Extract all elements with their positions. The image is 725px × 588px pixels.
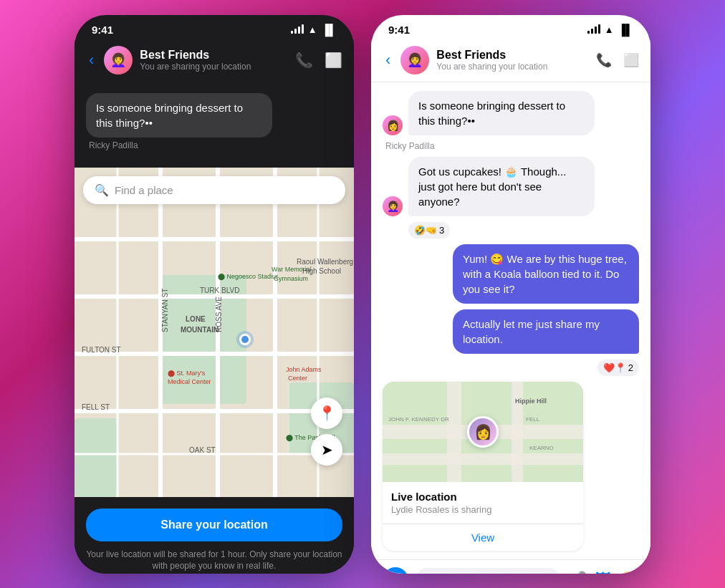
svg-text:STANYAN ST: STANYAN ST [161,288,169,332]
navigation-icon: ➤ [321,441,333,458]
right-contact-name: Best Friends [436,49,589,62]
user-location-dot [239,334,251,345]
left-time: 9:41 [92,24,113,36]
svg-rect-34 [447,382,461,482]
right-contact-info: Best Friends You are sharing your locati… [436,49,589,72]
right-phone: 9:41 ▲ ▐▌ ‹ 👩‍🦱 Best Friends You are sha… [371,15,650,574]
right-signal-bars-icon [587,25,600,34]
left-nav-bar: ‹ 👩‍🦱 Best Friends You are sharing your … [75,40,354,82]
mic-button[interactable]: 🎤 [567,571,587,574]
svg-text:Hippie Hill: Hippie Hill [515,397,547,405]
right-status-bar: 9:41 ▲ ▐▌ [371,15,650,40]
svg-text:Center: Center [288,375,307,382]
view-location-button[interactable]: View [383,524,583,551]
left-status-icons: ▲ ▐▌ [291,24,337,36]
left-message-area: Is someone bringing dessert to this thin… [75,82,354,168]
live-location-title: Live location [391,491,575,503]
signal-bars-icon [291,25,304,34]
left-search-bar[interactable]: 🔍 Find a place [83,176,345,204]
left-phone: 9:41 ▲ ▐▌ ‹ 👩‍🦱 Best Friends You are sha… [75,15,354,574]
right-contact-subtitle: You are sharing your location [436,62,589,72]
location-disclaimer: Your live location will be shared for 1 … [86,549,342,573]
live-location-info: Live location Lydie Rosales is sharing [383,482,583,524]
phone-call-icon[interactable]: 📞 [295,52,313,69]
left-back-button[interactable]: ‹ [86,51,97,69]
right-nav-actions: 📞 ⬜ [596,52,639,68]
right-phone-call-icon[interactable]: 📞 [596,52,612,68]
svg-text:FELL: FELL [526,416,540,423]
video-call-icon[interactable]: ⬜ [325,52,342,69]
message-input[interactable]: Message... [416,568,560,574]
search-input[interactable]: Find a place [115,184,173,196]
svg-text:Medical Center: Medical Center [168,378,211,385]
svg-text:JOHN F. KENNEDY DR: JOHN F. KENNEDY DR [388,416,449,423]
left-nav-actions: 📞 ⬜ [295,52,342,69]
svg-rect-35 [512,382,523,482]
right-battery-icon: ▐▌ [618,24,633,36]
sticker-button[interactable]: 😊 [620,571,639,574]
right-status-icons: ▲ ▐▌ [587,24,633,36]
reaction-row-2: 🤣🤜 3 [408,222,450,238]
reaction-emoji-4: ❤️📍 [603,362,626,373]
search-icon: 🔍 [95,183,109,197]
reaction-count-4: 2 [628,362,633,373]
svg-rect-36 [383,453,583,465]
wifi-icon: ▲ [308,24,317,35]
message-row-2: 👩‍🦱 Got us cupcakes! 🧁 Though... just go… [383,157,639,216]
right-contact-avatar: 👩‍🦱 [400,46,429,74]
left-contact-name: Best Friends [140,49,288,62]
svg-text:KEARNO: KEARNO [529,445,554,451]
left-received-bubble: Is someone bringing dessert to this thin… [86,93,272,138]
left-contact-avatar: 👩‍🦱 [104,46,133,74]
svg-text:Raoul Wallenberg: Raoul Wallenberg [297,258,353,266]
reaction-row-4: ❤️📍 2 [597,360,639,376]
message-avatar-1: 👩 [383,115,403,135]
sent-bubble-4: Actually let me just share my location. [453,309,639,354]
image-button[interactable]: 🖼 [595,571,611,574]
live-location-user-avatar: 👩 [467,416,499,448]
received-bubble-2: Got us cupcakes! 🧁 Though... just got he… [408,157,595,216]
chat-messages-area: 👩 Is someone bringing dessert to this th… [371,82,650,559]
my-location-button[interactable]: ➤ [311,434,342,466]
message-row-1: 👩 Is someone bringing dessert to this th… [383,91,639,135]
reaction-count-2: 3 [439,225,444,236]
svg-text:FELL ST: FELL ST [82,403,110,411]
left-sender-name: Ricky Padilla [86,140,342,150]
sender-name-1: Ricky Padilla [383,141,435,151]
live-location-map: JOHN F. KENNEDY DR FELL KEARNO Hippie Hi… [383,382,583,482]
share-location-button[interactable]: Share your location [86,509,342,541]
svg-text:OAK ST: OAK ST [189,446,216,454]
left-contact-info: Best Friends You are sharing your locati… [140,49,288,72]
svg-text:John Adams: John Adams [286,366,322,373]
input-actions: 🎤 🖼 😊 [567,571,639,574]
reaction-pill-2: 🤣🤜 3 [408,222,450,238]
battery-icon: ▐▌ [322,24,337,36]
right-wifi-icon: ▲ [605,24,614,35]
svg-text:⬤ Negoesco Stadiur: ⬤ Negoesco Stadiur [218,273,278,281]
right-back-button[interactable]: ‹ [383,51,393,69]
svg-text:⬤ St. Mary's: ⬤ St. Mary's [168,370,206,377]
received-bubble-1: Is someone bringing dessert to this thin… [408,91,595,135]
sent-bubble-3: Yum! 😋 We are by this huge tree, with a … [453,244,639,304]
svg-text:High School: High School [302,267,341,275]
live-location-subtitle: Lydie Rosales is sharing [391,504,575,515]
camera-icon: 📷 [388,573,403,574]
left-map[interactable]: STANYAN ST ROSS AVE TURK BLVD FULTON ST … [75,168,354,497]
right-nav-bar: ‹ 👩‍🦱 Best Friends You are sharing your … [371,40,650,82]
right-video-call-icon[interactable]: ⬜ [623,52,639,68]
svg-text:MOUNTAIN: MOUNTAIN [181,326,219,334]
reaction-emoji-2: 🤣🤜 [414,225,437,236]
svg-text:LONE: LONE [186,315,206,323]
pin-location-button[interactable]: 📍 [311,397,342,429]
message-avatar-2: 👩‍🦱 [383,196,403,216]
left-contact-subtitle: You are sharing your location [140,62,288,72]
left-action-area: Share your location Your live location w… [75,497,354,574]
right-time: 9:41 [388,24,410,36]
reaction-pill-4: ❤️📍 2 [597,360,639,376]
live-location-card[interactable]: JOHN F. KENNEDY DR FELL KEARNO Hippie Hi… [383,382,583,551]
svg-rect-3 [75,418,117,497]
svg-text:Gymnasium: Gymnasium [274,275,308,282]
left-status-bar: 9:41 ▲ ▐▌ [75,15,354,40]
camera-button[interactable]: 📷 [383,567,408,574]
pin-icon: 📍 [318,405,336,422]
